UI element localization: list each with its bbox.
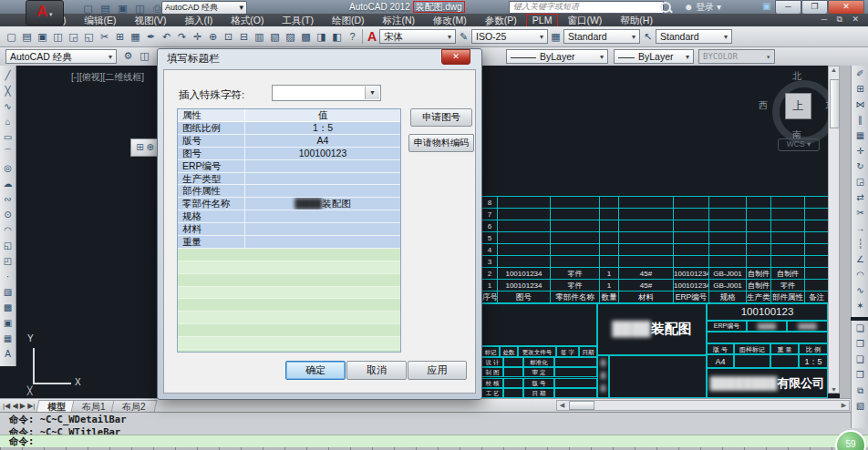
sheet-set-manager-icon[interactable]: ▩ bbox=[298, 29, 314, 45]
bring-to-front-icon[interactable]: ❏ bbox=[853, 321, 868, 336]
publish-icon[interactable]: ◱ bbox=[81, 29, 97, 45]
redo-icon[interactable]: ↷ bbox=[174, 29, 190, 45]
send-to-back-icon[interactable]: ❐ bbox=[853, 336, 868, 352]
tab-布局2[interactable]: 布局2 bbox=[111, 400, 158, 413]
explode-icon[interactable]: ✶ bbox=[853, 298, 868, 313]
property-value[interactable] bbox=[245, 223, 400, 235]
gear-icon[interactable]: ⚙ bbox=[120, 48, 136, 64]
cut-icon[interactable]: ✂ bbox=[97, 29, 112, 45]
apply-button[interactable]: 应用 bbox=[408, 361, 467, 380]
menu-工具(T)[interactable]: 工具(T) bbox=[274, 15, 323, 26]
menu-格式(O)[interactable]: 格式(O) bbox=[222, 15, 273, 26]
menu-修改(M)[interactable]: 修改(M) bbox=[424, 15, 476, 26]
construction-line-icon[interactable]: ╳ bbox=[1, 83, 16, 98]
command-input[interactable]: 命令: bbox=[0, 435, 868, 447]
new-icon[interactable]: ▢ bbox=[4, 29, 19, 45]
table-style-combo[interactable]: Standard▾ bbox=[563, 29, 640, 44]
properties-icon[interactable]: ▥ bbox=[252, 29, 267, 45]
viewcube-north[interactable]: 北 bbox=[792, 70, 801, 83]
menu-编辑(E)[interactable]: 编辑(E) bbox=[75, 15, 125, 26]
gradient-icon[interactable]: ▩ bbox=[1, 300, 16, 315]
scroll-right-icon[interactable]: ▶ bbox=[839, 402, 849, 409]
command-history[interactable]: 命令: ~C~C_WDetailBar命令: ~C~C_WTitleBar bbox=[0, 412, 868, 435]
menu-窗口(W)[interactable]: 窗口(W) bbox=[558, 15, 611, 26]
request-drawing-no-button[interactable]: 申请图号 bbox=[410, 108, 472, 127]
menu-视图(V)[interactable]: 视图(V) bbox=[125, 15, 175, 26]
property-row[interactable]: 规格 bbox=[178, 210, 400, 223]
dim-style-combo[interactable]: ISO-25▾ bbox=[471, 29, 548, 44]
arc-icon[interactable]: ⌒ bbox=[1, 145, 16, 160]
rotate-icon[interactable]: ↻ bbox=[853, 159, 868, 174]
text-to-front-icon[interactable]: ⧉ bbox=[853, 383, 868, 398]
multiline-text-icon[interactable]: A bbox=[1, 346, 16, 362]
scroll-left-icon[interactable]: ◀ bbox=[557, 402, 567, 409]
tab-nav-buttons[interactable]: |◀ ◀ ▶ ▶| bbox=[0, 400, 37, 413]
send-under-icon[interactable]: ❒ bbox=[853, 367, 868, 383]
property-row[interactable]: 部件属性 bbox=[178, 185, 400, 198]
trim-icon[interactable]: ✂ bbox=[853, 205, 868, 220]
extend-icon[interactable]: → bbox=[853, 220, 868, 236]
zoom-window-icon[interactable]: ⊡ bbox=[221, 29, 236, 45]
property-grid[interactable]: 属性 值 图纸比例1：5版号A4图号100100123ERP编号生产类型部件属性… bbox=[177, 108, 401, 353]
pan-icon[interactable]: ✛ bbox=[190, 29, 205, 45]
move-icon[interactable]: ✛ bbox=[853, 143, 868, 159]
viewport-grid-icon[interactable]: ⊞ ⊕ bbox=[130, 138, 160, 157]
property-row[interactable]: 图纸比例1：5 bbox=[178, 122, 400, 135]
horizontal-scrollbar[interactable]: ◀ ▶ bbox=[556, 400, 850, 411]
revision-cloud-icon[interactable]: ☁ bbox=[1, 176, 16, 191]
menu-PLM[interactable]: PLM bbox=[526, 14, 559, 27]
property-value[interactable]: 100100123 bbox=[245, 148, 400, 159]
zoom-previous-icon[interactable]: ⊟ bbox=[236, 29, 252, 45]
array-icon[interactable]: ▦ bbox=[853, 128, 868, 143]
dim-style-icon[interactable]: ✎ bbox=[456, 29, 471, 45]
horizontal-scroll-thumb[interactable] bbox=[569, 401, 594, 410]
hatch-to-back-icon[interactable]: ▧ bbox=[853, 398, 868, 414]
property-value[interactable] bbox=[245, 185, 400, 197]
stretch-icon[interactable]: ⇄ bbox=[853, 189, 868, 205]
plot-preview-icon[interactable]: ◲ bbox=[66, 29, 81, 45]
designcenter-icon[interactable]: ▧ bbox=[267, 29, 283, 45]
property-value[interactable]: A4 bbox=[245, 135, 400, 147]
property-value[interactable] bbox=[245, 160, 400, 172]
app-menu-button[interactable]: A ▾ bbox=[26, 0, 64, 26]
ok-button[interactable]: 确定 bbox=[285, 361, 346, 380]
make-block-icon[interactable]: ◰ bbox=[1, 253, 16, 269]
property-row[interactable]: ERP编号 bbox=[178, 160, 400, 173]
minimize-button[interactable]: ─ bbox=[775, 0, 801, 15]
property-row[interactable]: 重量 bbox=[178, 236, 400, 249]
point-icon[interactable]: · bbox=[1, 269, 16, 284]
property-value[interactable]: ████装配图 bbox=[245, 198, 400, 210]
open-icon[interactable]: ▤ bbox=[19, 29, 35, 45]
tool-palettes-icon[interactable]: ▨ bbox=[283, 29, 298, 45]
property-value[interactable] bbox=[245, 210, 400, 222]
circle-icon[interactable]: ◎ bbox=[1, 160, 16, 176]
chevron-down-icon[interactable]: ▼ bbox=[365, 87, 379, 99]
fillet-icon[interactable]: ◠ bbox=[853, 267, 868, 282]
special-char-combo[interactable]: ▼ bbox=[272, 85, 381, 101]
region-icon[interactable]: ▣ bbox=[1, 315, 16, 331]
ellipse-arc-icon[interactable]: ◠ bbox=[1, 222, 16, 238]
property-value[interactable] bbox=[245, 173, 400, 185]
insert-block-icon[interactable]: ◱ bbox=[1, 238, 16, 253]
zoom-realtime-icon[interactable]: ⊕ bbox=[205, 29, 221, 45]
workspace-combo[interactable]: AutoCAD 经典▾ bbox=[5, 49, 117, 64]
close-button[interactable]: ✕ bbox=[828, 0, 864, 15]
property-row[interactable]: 材料 bbox=[178, 223, 400, 236]
table-icon[interactable]: ▦ bbox=[1, 331, 16, 346]
request-material-code-button[interactable]: 申请物料编码 bbox=[408, 134, 474, 152]
viewport-controls[interactable]: [-][俯视][二维线框] bbox=[71, 71, 144, 84]
property-row[interactable]: 图号100100123 bbox=[178, 148, 400, 160]
vertical-scrollbar[interactable]: ▲ ▼ bbox=[828, 66, 840, 394]
paste-icon[interactable]: ▦ bbox=[128, 29, 143, 45]
signin-control[interactable]: ☻ 登录 ▾ bbox=[684, 1, 721, 14]
workspace-switcher[interactable]: AutoCAD 经典▾ bbox=[161, 1, 247, 15]
annotation-icon[interactable]: A bbox=[365, 29, 379, 45]
restore-button[interactable]: ❐ bbox=[801, 0, 828, 15]
scroll-down-icon[interactable]: ▼ bbox=[829, 386, 839, 393]
erase-icon[interactable]: ✐ bbox=[853, 66, 868, 81]
hatch-icon[interactable]: ▨ bbox=[1, 284, 16, 300]
viewcube-west[interactable]: 西 bbox=[759, 99, 768, 112]
property-value[interactable] bbox=[245, 236, 400, 248]
copy-icon[interactable]: ⊞ bbox=[853, 81, 868, 97]
property-row[interactable]: 零部件名称████装配图 bbox=[178, 198, 400, 210]
